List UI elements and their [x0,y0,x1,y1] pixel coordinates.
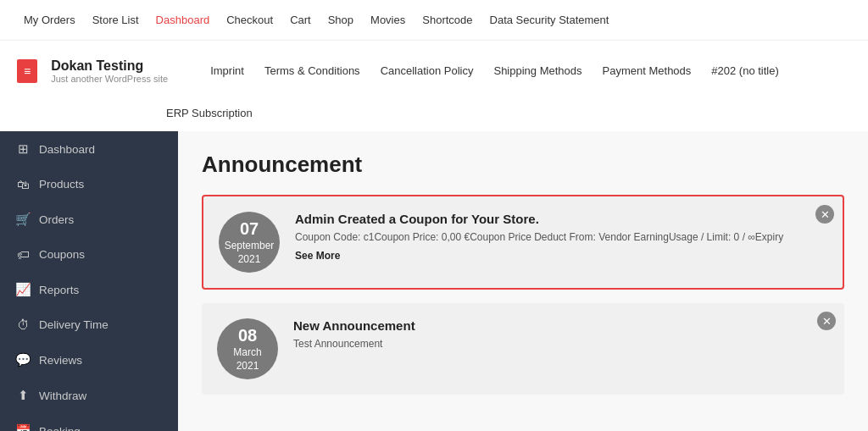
secondary-nav: ImprintTerms & ConditionsCancellation Po… [200,49,789,92]
secondary-nav-link-cancellation-policy[interactable]: Cancellation Policy [370,58,484,84]
secondary-nav-link-terms-&-conditions[interactable]: Terms & Conditions [254,58,370,84]
hamburger-icon: ≡ [24,64,31,78]
announcement-month-1: March [233,346,261,360]
announcement-year-0: 2021 [238,253,261,267]
sidebar-icon-coupons: 🏷 [15,247,31,262]
erp-subscription-link[interactable]: ERP Subscription [166,107,253,119]
sidebar-icon-reviews: 💬 [15,352,31,367]
top-nav-link-my-orders[interactable]: My Orders [17,10,82,30]
sidebar-label-booking: Booking [39,425,81,432]
announcement-title-1: New Announcement [293,318,810,333]
announcement-close-button-1[interactable]: ✕ [817,312,836,330]
sidebar-item-coupons[interactable]: 🏷Coupons [0,237,178,272]
announcement-title-0: Admin Created a Coupon for Your Store. [295,212,809,226]
sidebar-icon-booking: 📅 [15,423,31,431]
announcement-date-circle-0: 07 September 2021 [219,212,280,273]
sidebar-icon-reports: 📈 [15,282,31,297]
sidebar-item-products[interactable]: 🛍Products [0,167,178,202]
secondary-nav-link-payment-methods[interactable]: Payment Methods [593,58,702,84]
announcement-desc-0: Coupon Code: c1Coupon Price: 0,00 €Coupo… [295,231,809,243]
site-header: ≡ Dokan Testing Just another WordPress s… [0,41,868,101]
sidebar-item-withdraw[interactable]: ⬆Withdraw [0,378,178,413]
announcements-container: 07 September 2021 Admin Created a Coupon… [202,195,844,395]
announcement-date-circle-1: 08 March 2021 [217,318,278,379]
sidebar: ⊞Dashboard🛍Products🛒Orders🏷Coupons📈Repor… [0,131,178,431]
sidebar-label-coupons: Coupons [39,248,85,261]
sidebar-label-delivery-time: Delivery Time [39,318,108,331]
top-nav-link-store-list[interactable]: Store List [86,10,146,30]
main-content: Announcement 07 September 2021 Admin Cre… [178,131,868,431]
sidebar-item-reviews[interactable]: 💬Reviews [0,342,178,378]
announcement-desc-1: Test Announcement [293,338,810,350]
sidebar-icon-dashboard: ⊞ [15,141,31,157]
sidebar-label-products: Products [39,178,84,191]
sidebar-label-dashboard: Dashboard [39,143,95,156]
announcement-body-1: New AnnouncementTest Announcement [293,318,810,355]
announcement-body-0: Admin Created a Coupon for Your Store.Co… [295,212,809,262]
site-title: Dokan Testing [51,58,186,74]
announcement-see-more-0[interactable]: See More [295,250,340,262]
erp-row: ERP Subscription [0,101,868,131]
sidebar-item-booking[interactable]: 📅Booking [0,413,178,431]
page-title: Announcement [202,152,844,178]
secondary-nav-link-imprint[interactable]: Imprint [200,58,254,84]
sidebar-icon-withdraw: ⬆ [15,388,31,403]
main-layout: ⊞Dashboard🛍Products🛒Orders🏷Coupons📈Repor… [0,131,868,431]
top-nav-link-movies[interactable]: Movies [364,10,412,30]
sidebar-label-withdraw: Withdraw [39,390,86,402]
sidebar-icon-delivery-time: ⏱ [15,318,31,332]
announcement-month-0: September [225,240,275,253]
sidebar-label-orders: Orders [39,213,74,226]
top-nav-link-cart[interactable]: Cart [283,10,318,30]
site-subtitle: Just another WordPress site [51,74,186,84]
top-nav-link-shortcode[interactable]: Shortcode [415,10,479,30]
site-title-block: Dokan Testing Just another WordPress sit… [51,58,186,84]
announcement-day-0: 07 [240,218,259,240]
top-nav-link-checkout[interactable]: Checkout [220,10,280,30]
top-nav-link-data-security-statement[interactable]: Data Security Statement [483,10,616,30]
sidebar-item-reports[interactable]: 📈Reports [0,272,178,307]
announcement-close-button-0[interactable]: ✕ [815,205,834,224]
sidebar-item-dashboard[interactable]: ⊞Dashboard [0,131,178,167]
secondary-nav-link-shipping-methods[interactable]: Shipping Methods [483,58,592,84]
secondary-nav-link-#202-(no-title)[interactable]: #202 (no title) [701,58,789,84]
sidebar-item-delivery-time[interactable]: ⏱Delivery Time [0,307,178,342]
sidebar-label-reviews: Reviews [39,354,82,367]
announcement-year-1: 2021 [236,360,259,373]
sidebar-icon-products: 🛍 [15,177,31,191]
announcement-card-0: 07 September 2021 Admin Created a Coupon… [202,195,844,290]
hamburger-button[interactable]: ≡ [17,59,37,83]
top-nav-link-shop[interactable]: Shop [321,10,360,30]
top-nav-link-dashboard[interactable]: Dashboard [149,10,217,30]
sidebar-icon-orders: 🛒 [15,212,31,227]
top-nav: My OrdersStore ListDashboardCheckoutCart… [0,0,868,41]
sidebar-item-orders[interactable]: 🛒Orders [0,202,178,237]
announcement-card-1: 08 March 2021 New AnnouncementTest Annou… [202,303,844,395]
announcement-day-1: 08 [238,324,257,346]
sidebar-label-reports: Reports [39,284,79,296]
